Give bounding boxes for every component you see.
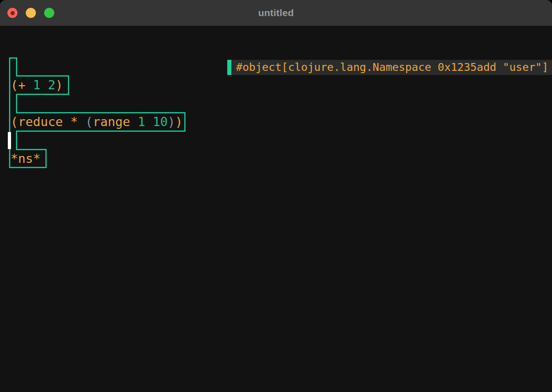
traffic-lights bbox=[7, 0, 54, 26]
editor-window: untitled (+ 1 2)(reduce * (range 1 10))*… bbox=[0, 0, 552, 392]
close-button[interactable] bbox=[7, 8, 17, 18]
code-token: ) bbox=[175, 115, 183, 129]
code-token: ) bbox=[56, 78, 63, 92]
result-accent-bar bbox=[227, 60, 231, 75]
code-cell-1[interactable]: (+ 1 2) bbox=[11, 76, 63, 94]
code-editor[interactable]: (+ 1 2)(reduce * (range 1 10))*ns* #obje… bbox=[0, 26, 552, 392]
window-title: untitled bbox=[258, 7, 293, 18]
code-token: ) bbox=[167, 115, 175, 129]
code-token: (reduce * bbox=[11, 115, 86, 129]
code-token: (+ bbox=[11, 78, 33, 92]
code-cell-3[interactable]: *ns* bbox=[11, 150, 40, 168]
code-cell-2[interactable]: (reduce * (range 1 10)) bbox=[11, 113, 183, 131]
zoom-button[interactable] bbox=[44, 8, 54, 18]
text-caret bbox=[8, 132, 11, 149]
code-token: 1 2 bbox=[33, 78, 56, 92]
titlebar[interactable]: untitled bbox=[0, 0, 552, 26]
code-token: ( bbox=[86, 115, 93, 129]
result-text: #object[clojure.lang.Namespace 0x1235add… bbox=[231, 60, 552, 75]
code-token: range bbox=[93, 115, 138, 129]
code-token: 1 10 bbox=[138, 115, 167, 129]
minimize-button[interactable] bbox=[26, 8, 36, 18]
selection-outline bbox=[0, 26, 552, 392]
code-token: *ns* bbox=[11, 151, 40, 166]
eval-result: #object[clojure.lang.Namespace 0x1235add… bbox=[227, 60, 552, 75]
document-edited-dot bbox=[11, 11, 15, 15]
